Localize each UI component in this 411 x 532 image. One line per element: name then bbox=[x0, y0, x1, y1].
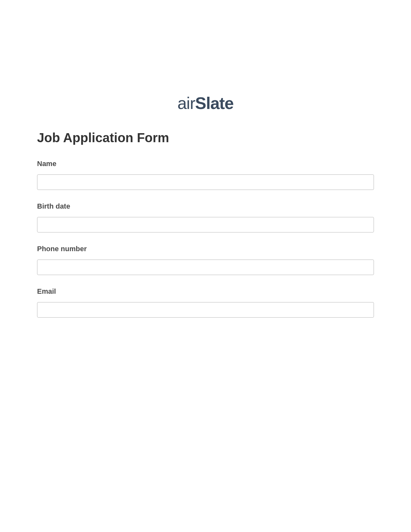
email-label: Email bbox=[37, 287, 374, 296]
phone-input[interactable] bbox=[37, 260, 374, 275]
form-group-birthdate: Birth date bbox=[37, 202, 374, 232]
birthdate-label: Birth date bbox=[37, 202, 374, 211]
birthdate-input[interactable] bbox=[37, 217, 374, 232]
form-group-phone: Phone number bbox=[37, 245, 374, 275]
logo: airSlate bbox=[37, 94, 374, 113]
form-title: Job Application Form bbox=[37, 131, 374, 145]
form-group-name: Name bbox=[37, 160, 374, 190]
logo-suffix: Slate bbox=[195, 94, 233, 113]
form-group-email: Email bbox=[37, 287, 374, 318]
phone-label: Phone number bbox=[37, 245, 374, 253]
logo-prefix: air bbox=[177, 94, 195, 113]
logo-text: airSlate bbox=[177, 94, 233, 113]
name-input[interactable] bbox=[37, 174, 374, 190]
name-label: Name bbox=[37, 160, 374, 168]
form-container: airSlate Job Application Form Name Birth… bbox=[0, 0, 411, 318]
email-input[interactable] bbox=[37, 302, 374, 318]
